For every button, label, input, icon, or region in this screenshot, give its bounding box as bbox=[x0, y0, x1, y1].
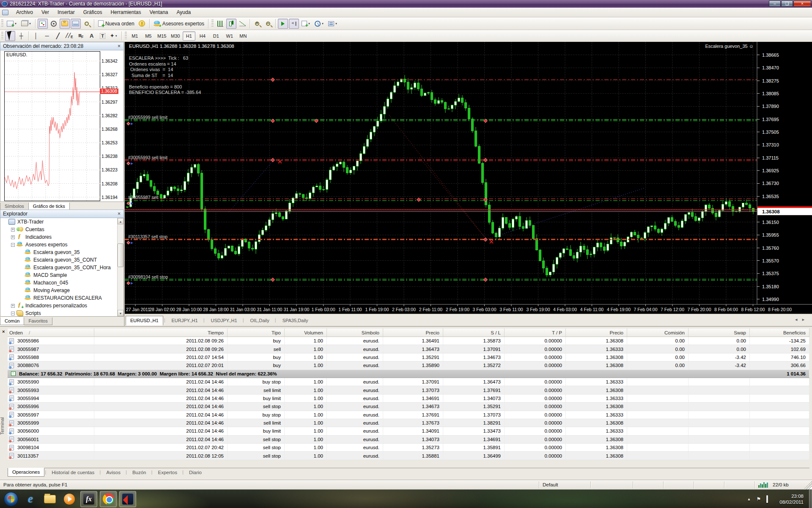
tree-item-moving-average[interactable]: Moving Average bbox=[0, 287, 123, 294]
indicators-button[interactable]: ▼ bbox=[300, 19, 312, 29]
chart-tab-eurusd-h1[interactable]: EURUSD.,H1 bbox=[126, 316, 163, 326]
column-header-2[interactable]: Tipo bbox=[228, 329, 285, 337]
resize-grip[interactable] bbox=[804, 480, 812, 489]
order-row-30098104[interactable]: 300981042011.02.07 20:42sell stop1.00eur… bbox=[8, 444, 809, 452]
terminal-tab-expertos[interactable]: Expertos bbox=[154, 468, 182, 477]
toolbar-grip[interactable] bbox=[1, 19, 3, 28]
tree-item-machacon-045[interactable]: Machacon_045 bbox=[0, 279, 123, 287]
auto-scroll-button[interactable] bbox=[278, 19, 288, 29]
market-watch-close-icon[interactable]: × bbox=[116, 44, 122, 48]
action-center-flag-icon[interactable]: ⚑ bbox=[757, 496, 761, 502]
timeframe-m15[interactable]: M15 bbox=[156, 31, 168, 41]
taskbar-metatrader-fx[interactable]: fx bbox=[80, 491, 97, 507]
text-label-tool[interactable]: T bbox=[98, 31, 108, 41]
timeframe-h1[interactable]: H1 bbox=[183, 31, 195, 41]
order-row-30055986[interactable]: 300559862011.02.08 09:26buy1.00eurusd.1.… bbox=[8, 337, 809, 345]
menu-gráficos[interactable]: Gráficos bbox=[79, 8, 107, 17]
timeframe-m5[interactable]: M5 bbox=[142, 31, 155, 41]
navigator-close-icon[interactable]: × bbox=[116, 212, 122, 216]
tree-item-escalera-guevon-35-cont-hora[interactable]: Escalera guevon_35_CONT_Hora bbox=[0, 264, 123, 271]
column-header-9[interactable]: Comisión bbox=[627, 329, 689, 337]
column-header-6[interactable]: S / L bbox=[443, 329, 505, 337]
close-button[interactable]: × bbox=[793, 0, 811, 7]
order-row-30056000[interactable]: 300560002011.02.04 14:46buy limit1.00eur… bbox=[8, 427, 809, 435]
tree-item-indicadores-personalizados[interactable]: +Indicadores personalizados bbox=[0, 302, 123, 309]
menu-ventana[interactable]: Ventana bbox=[145, 8, 172, 17]
tree-expander-icon[interactable]: − bbox=[11, 312, 15, 315]
taskbar-media-player[interactable] bbox=[61, 491, 78, 507]
column-header-0[interactable]: Orden / bbox=[8, 329, 94, 337]
order-row-30055994[interactable]: 300559942011.02.04 14:46buy limit1.00eur… bbox=[8, 395, 809, 403]
taskbar-metatrader[interactable] bbox=[119, 491, 136, 507]
order-row-30055990[interactable]: 300559902011.02.04 14:46buy stop1.00euru… bbox=[8, 378, 809, 386]
main-chart[interactable]: #30055999 sell limit#30055993 sell limit… bbox=[125, 42, 812, 314]
column-header-7[interactable]: T / P bbox=[505, 329, 566, 337]
chart-window[interactable]: #30055999 sell limit#30055993 sell limit… bbox=[125, 42, 812, 326]
column-header-5[interactable]: Precio bbox=[383, 329, 443, 337]
tree-item-xtb-trader[interactable]: XTB-Trader bbox=[0, 218, 123, 226]
tree-expander-icon[interactable]: + bbox=[11, 228, 15, 232]
chart-tab-scroll-arrows[interactable]: ◄► bbox=[794, 318, 809, 322]
taskbar-chrome[interactable] bbox=[100, 491, 117, 507]
scroll-thumb[interactable] bbox=[118, 243, 123, 267]
order-row-30055997[interactable]: 300559972011.02.04 14:46buy stop1.00euru… bbox=[8, 411, 809, 419]
column-header-4[interactable]: Símbolo bbox=[327, 329, 383, 337]
scroll-up-icon[interactable]: ▲ bbox=[118, 218, 123, 224]
timeframe-w1[interactable]: W1 bbox=[223, 31, 236, 41]
order-row-30055996[interactable]: 300559962011.02.04 14:46sell stop1.00eur… bbox=[8, 403, 809, 411]
periods-button[interactable]: ▼ bbox=[313, 19, 326, 29]
candlestick-button[interactable] bbox=[226, 19, 236, 29]
terminal-tab-buz-n[interactable]: Buzón bbox=[128, 468, 151, 477]
tree-item-restauracion-escalera[interactable]: RESTAURACION ESCALERA bbox=[0, 294, 123, 302]
tray-clock[interactable]: 23:08 08/02/2011 bbox=[779, 493, 809, 505]
order-row-30088076[interactable]: 300880762011.02.07 20:01buy1.00eurusd.1.… bbox=[8, 362, 809, 370]
channel-tool[interactable]: ╱╱E bbox=[64, 31, 75, 41]
column-header-1[interactable]: Tiempo bbox=[94, 329, 228, 337]
orders-table-header[interactable]: Orden /TiempoTipoVolumenSímboloPrecioS /… bbox=[8, 329, 809, 337]
profiles-button[interactable]: ▼ bbox=[19, 19, 33, 29]
menu-herramientas[interactable]: Herramientas bbox=[106, 8, 145, 17]
expert-advisors-button[interactable]: Asesores expertos bbox=[152, 19, 206, 29]
new-order-button[interactable]: Nueva orden bbox=[96, 19, 136, 29]
terminal-tab-operaciones[interactable]: Operaciones bbox=[8, 468, 44, 477]
expert-warning-button[interactable]: ! bbox=[137, 19, 147, 29]
tree-item-cuentas[interactable]: +Cuentas bbox=[0, 226, 123, 233]
timeframe-m1[interactable]: M1 bbox=[129, 31, 141, 41]
order-row-30055999[interactable]: 300559992011.02.04 14:46sell limit1.00eu… bbox=[8, 419, 809, 427]
timeframe-h4[interactable]: H4 bbox=[196, 31, 209, 41]
tree-item-macd-sample[interactable]: MACD Sample bbox=[0, 271, 123, 279]
menu-insertar[interactable]: Insertar bbox=[53, 8, 79, 17]
tree-item-escalera-guevon-35-cont[interactable]: Escalera guevon_35_CONT bbox=[0, 256, 123, 264]
minimize-button[interactable]: – bbox=[769, 0, 781, 7]
show-desktop-button[interactable] bbox=[809, 490, 812, 508]
chart-tab-spa35-daily[interactable]: SPA35,Daily bbox=[278, 316, 313, 326]
terminal-toggle[interactable] bbox=[71, 19, 81, 29]
tree-item-escalera-guevon-35[interactable]: Escalera guevon_35 bbox=[0, 248, 123, 256]
order-row-30055993[interactable]: 300559932011.02.04 14:46sell limit1.00eu… bbox=[8, 386, 809, 394]
tab-favoritos[interactable]: Favoritos bbox=[24, 318, 52, 325]
menu-ver[interactable]: Ver bbox=[37, 8, 53, 17]
tree-item-scripts[interactable]: −Scripts bbox=[0, 309, 123, 317]
order-row-30055987[interactable]: 300559872011.02.08 09:26sell1.00eurusd.1… bbox=[8, 345, 809, 353]
chart-tab-oil-daily[interactable]: OIL,Daily bbox=[246, 316, 274, 326]
trendline-tool[interactable]: ╱ bbox=[53, 31, 63, 41]
status-profile[interactable]: Default bbox=[539, 481, 590, 489]
bar-chart-button[interactable] bbox=[215, 19, 225, 29]
timeframe-m30[interactable]: M30 bbox=[169, 31, 182, 41]
vertical-line-tool[interactable]: │ bbox=[31, 31, 41, 41]
tree-item-indicadores[interactable]: +Indicadores bbox=[0, 233, 123, 241]
order-row-30113357[interactable]: 301133572011.02.08 12:05sell stop1.00eur… bbox=[8, 452, 809, 460]
column-header-11[interactable]: Beneficios bbox=[750, 329, 809, 337]
tray-expand-icon[interactable]: ▲ bbox=[747, 497, 751, 501]
terminal-tab-historial-de-cuentas[interactable]: Historial de cuentas bbox=[47, 468, 99, 477]
toolbar-grip[interactable] bbox=[1, 32, 3, 40]
data-window-toggle[interactable] bbox=[49, 19, 59, 29]
crosshair-tool[interactable]: ┼ bbox=[16, 31, 26, 41]
taskbar-file-explorer[interactable] bbox=[41, 491, 58, 507]
chart-tab-usdjpy-h1[interactable]: USDJPY.,H1 bbox=[206, 316, 242, 326]
scroll-down-icon[interactable]: ▼ bbox=[118, 310, 123, 316]
tree-item-asesores-expertos[interactable]: −Asesores expertos bbox=[0, 241, 123, 248]
maximize-button[interactable]: ❏ bbox=[781, 0, 793, 7]
timeframe-mn[interactable]: MN bbox=[237, 31, 250, 41]
terminal-close-icon[interactable]: × bbox=[2, 329, 5, 334]
